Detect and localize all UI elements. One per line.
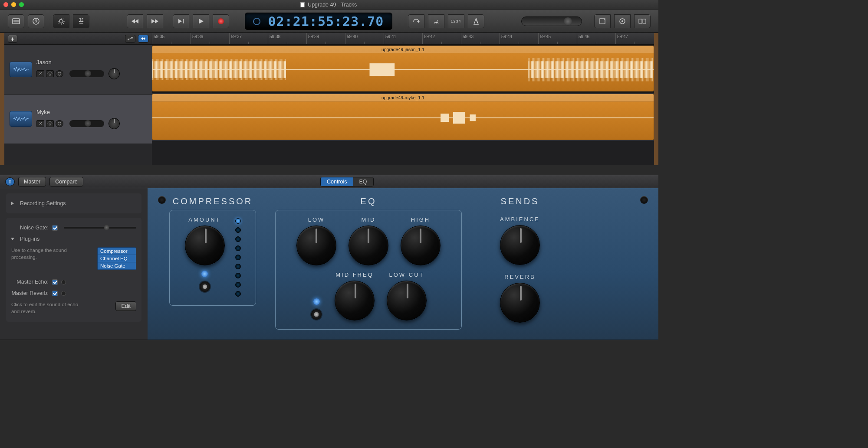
track-name-label: Myke	[36, 109, 147, 115]
plugin-rack: COMPRESSOR AMOUNT EQ	[148, 175, 658, 340]
plugins-disclosure[interactable]: Plug-ins	[11, 233, 136, 245]
tab-controls[interactable]: Controls	[321, 177, 353, 186]
loop-browser-button[interactable]	[614, 14, 631, 28]
compare-button[interactable]: Compare	[49, 177, 83, 186]
eq-midfreq-knob[interactable]	[335, 281, 375, 320]
svg-line-13	[63, 19, 64, 20]
ruler-tick: 59:47	[615, 33, 654, 44]
noise-gate-slider[interactable]	[64, 227, 136, 229]
svg-line-14	[59, 23, 59, 24]
record-enable-button[interactable]	[56, 70, 63, 77]
quick-help-button[interactable]: ?	[28, 14, 44, 28]
record-button[interactable]	[213, 14, 229, 28]
track-header-list: + Jason	[4, 33, 152, 165]
svg-rect-54	[453, 112, 465, 124]
rewind-button[interactable]	[127, 14, 143, 28]
record-enable-button[interactable]	[56, 120, 63, 127]
edit-button[interactable]: Edit	[115, 301, 136, 311]
track-volume-slider[interactable]	[69, 70, 104, 77]
svg-point-41	[58, 72, 61, 75]
ruler-tick: 59:35	[152, 33, 191, 44]
track-header-myke[interactable]: Myke	[4, 95, 152, 144]
master-echo-radio[interactable]	[61, 280, 66, 284]
count-in-button[interactable]: 1234	[448, 14, 464, 28]
reverb-knob[interactable]	[500, 283, 540, 323]
svg-rect-53	[441, 114, 449, 122]
svg-marker-16	[135, 19, 138, 23]
master-echo-checkbox[interactable]	[52, 279, 58, 285]
lcd-display[interactable]: 02:21:55:23.70	[245, 13, 392, 30]
master-reverb-checkbox[interactable]	[52, 291, 58, 296]
mute-button[interactable]	[36, 120, 44, 127]
pan-knob[interactable]	[108, 68, 120, 79]
pan-knob[interactable]	[108, 118, 120, 129]
play-button[interactable]	[193, 14, 209, 28]
region-label: upgrade49-myke_1.1	[152, 94, 654, 101]
chevron-down-icon	[11, 238, 14, 240]
time-display: 02:21:55:23.70	[268, 14, 384, 29]
library-button[interactable]	[8, 14, 24, 28]
automation-toggle[interactable]	[125, 35, 135, 43]
catch-playhead-toggle[interactable]	[138, 35, 148, 43]
svg-marker-37	[144, 37, 145, 40]
solo-button[interactable]	[46, 120, 54, 127]
cycle-button[interactable]	[408, 14, 424, 28]
track-list-header: +	[4, 33, 152, 45]
svg-point-6	[59, 20, 63, 23]
volume-knob[interactable]	[564, 17, 572, 26]
svg-rect-30	[639, 19, 642, 23]
time-ruler[interactable]: 59:3559:3659:3759:3859:3959:4059:4159:42…	[152, 33, 654, 45]
eq-midfreq-label: MID FREQ	[335, 271, 374, 278]
svg-rect-31	[643, 19, 646, 23]
plugin-slot[interactable]: Channel EQ	[98, 255, 136, 262]
window-title: Upgrade 49 - Tracks	[24, 2, 633, 8]
tuner-button[interactable]	[428, 14, 444, 28]
editors-button[interactable]	[73, 14, 89, 28]
media-browser-button[interactable]	[634, 14, 651, 28]
noise-gate-checkbox[interactable]	[52, 225, 58, 231]
smart-controls-button[interactable]	[53, 14, 69, 28]
track-volume-slider[interactable]	[69, 120, 104, 127]
zoom-window[interactable]	[19, 2, 24, 7]
track-name-label: Jason	[36, 59, 147, 65]
timeline[interactable]: 59:3559:3659:3759:3859:3959:4059:4159:42…	[152, 33, 654, 165]
eq-lowcut-knob[interactable]	[387, 281, 427, 320]
svg-marker-18	[155, 19, 158, 23]
ruler-tick: 59:46	[577, 33, 615, 44]
track-lane-myke[interactable]: upgrade49-myke_1.1	[152, 93, 654, 141]
svg-marker-19	[178, 19, 182, 23]
track-header-jason[interactable]: Jason	[4, 45, 152, 95]
ambience-knob[interactable]	[500, 225, 540, 265]
recording-settings-disclosure[interactable]: Recording Settings	[11, 198, 136, 209]
notepad-button[interactable]	[594, 14, 611, 28]
plugin-slot[interactable]: Compressor	[98, 248, 136, 255]
master-button[interactable]: Master	[18, 177, 46, 186]
compressor-led	[201, 271, 208, 277]
stop-button[interactable]	[173, 14, 189, 28]
master-volume-slider[interactable]	[521, 16, 582, 26]
compressor-amount-knob[interactable]	[185, 226, 225, 265]
forward-button[interactable]	[147, 14, 163, 28]
ambience-label: AMBIENCE	[500, 216, 540, 222]
close-window[interactable]	[3, 2, 8, 7]
inspector-toggle[interactable]	[5, 177, 15, 186]
screw-icon	[158, 196, 166, 204]
metronome-button[interactable]	[468, 14, 484, 28]
audio-region-jason[interactable]: upgrade49-jason_1.1	[152, 46, 654, 92]
solo-button[interactable]	[46, 70, 54, 77]
arrange-area: + Jason	[0, 33, 658, 165]
minimize-window[interactable]	[11, 2, 16, 7]
add-track-button[interactable]: +	[8, 35, 17, 43]
tab-eq[interactable]: EQ	[353, 177, 373, 186]
svg-rect-57	[10, 181, 10, 183]
master-reverb-radio[interactable]	[61, 291, 66, 296]
plugin-slot[interactable]: Noise Gate	[98, 262, 136, 270]
eq-low-knob[interactable]	[296, 226, 336, 265]
audio-region-myke[interactable]: upgrade49-myke_1.1	[152, 94, 654, 140]
eq-high-knob[interactable]	[401, 226, 441, 265]
screw-icon	[640, 196, 648, 204]
mute-button[interactable]	[36, 70, 44, 77]
clock-icon	[253, 18, 260, 25]
eq-mid-knob[interactable]	[349, 226, 388, 265]
track-lane-jason[interactable]: upgrade49-jason_1.1	[152, 45, 654, 93]
